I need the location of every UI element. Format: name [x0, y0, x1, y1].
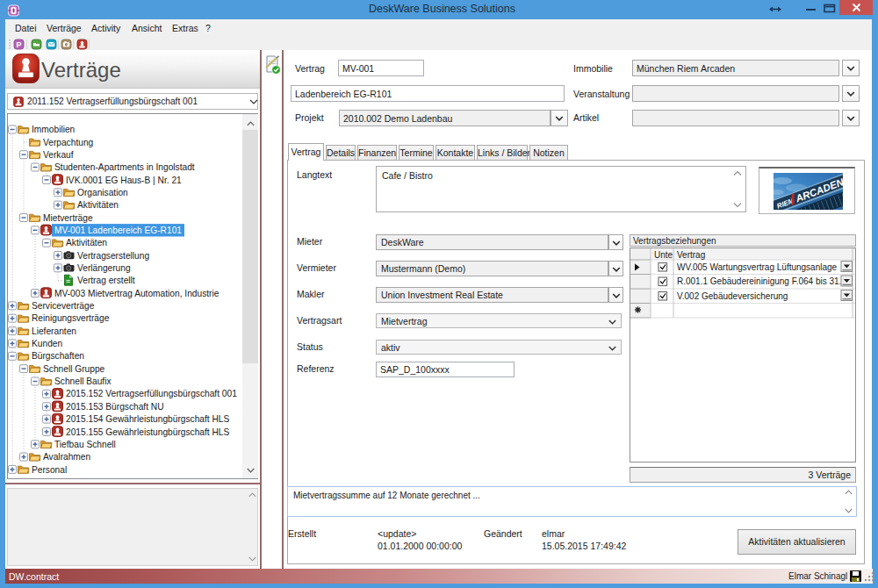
svg-text:Vertragserstellung: Vertragserstellung — [77, 251, 149, 261]
svg-text:Lieferanten: Lieferanten — [32, 326, 76, 336]
svg-text:Personal: Personal — [32, 465, 67, 475]
svg-text:Immobilien: Immobilien — [32, 125, 75, 134]
svg-text:Aktivitäten: Aktivitäten — [77, 200, 119, 210]
svg-text:Kunden: Kunden — [32, 339, 62, 348]
svg-text:Verlängerung: Verlängerung — [77, 263, 131, 273]
svg-text:MV-001 Ladenbereich EG-R101: MV-001 Ladenbereich EG-R101 — [54, 226, 182, 235]
svg-text:2015.153 Bürgschaft NU: 2015.153 Bürgschaft NU — [66, 402, 164, 412]
svg-text:2015.155 Gewährleistungbürgsch: 2015.155 Gewährleistungbürgschaft HLS — [66, 427, 230, 437]
svg-text:Vertrag erstellt: Vertrag erstellt — [77, 276, 135, 285]
svg-text:Mietverträge: Mietverträge — [43, 213, 93, 223]
svg-text:R.001.1 Gebäudereininigung F.0: R.001.1 Gebäudereininigung F.064 bis 31. — [677, 276, 841, 286]
svg-text:2015.154 Gewährleistungbürgsch: 2015.154 Gewährleistungbürgschaft HLS — [66, 414, 230, 424]
svg-text:2015.152 Vertragserfüllungsbür: 2015.152 Vertragserfüllungsbürgschaft 00… — [66, 389, 237, 398]
svg-text:Avalrahmen: Avalrahmen — [43, 452, 90, 462]
svg-text:Bürgschaften: Bürgschaften — [32, 351, 84, 361]
svg-text:Aktivitäten: Aktivitäten — [66, 238, 107, 247]
svg-text:Reinigungsverträge: Reinigungsverträge — [32, 313, 110, 323]
svg-text:Serviceverträge: Serviceverträge — [32, 301, 95, 311]
svg-text:Studenten-Apartments in Ingols: Studenten-Apartments in Ingolstadt — [54, 162, 195, 172]
svg-text:Unte: Unte — [654, 250, 673, 260]
svg-text:Organisation: Organisation — [77, 188, 128, 197]
svg-text:IVK.0001 EG Haus-B | Nr. 21: IVK.0001 EG Haus-B | Nr. 21 — [66, 176, 182, 185]
svg-text:Verkauf: Verkauf — [43, 150, 74, 160]
svg-text:P: P — [16, 40, 21, 49]
svg-text:Tiefbau Schnell: Tiefbau Schnell — [54, 440, 116, 449]
svg-text:WV.005 Wartungsvertrag Lüftung: WV.005 Wartungsvertrag Lüftungsanlage — [677, 262, 838, 272]
svg-text:Verpachtung: Verpachtung — [43, 138, 94, 147]
svg-text:Vertrag: Vertrag — [677, 250, 705, 260]
svg-text:Schnell Baufix: Schnell Baufix — [54, 376, 112, 386]
svg-text:Schnell Gruppe: Schnell Gruppe — [43, 364, 105, 374]
svg-text:MV-003 Mietvertrag Automation,: MV-003 Mietvertrag Automation, Industrie — [54, 289, 220, 298]
svg-text:V.002 Gebäudeversicherung: V.002 Gebäudeversicherung — [677, 291, 788, 301]
